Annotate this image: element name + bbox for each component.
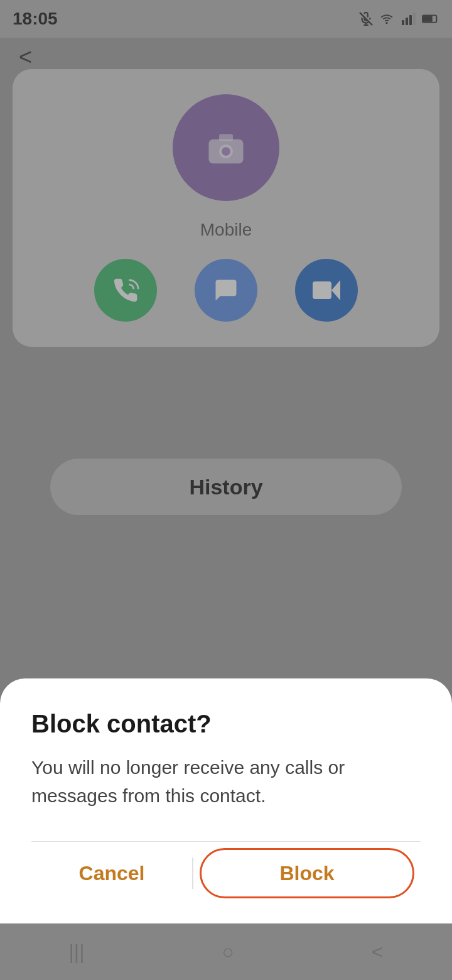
dialog-title: Block contact?: [31, 710, 421, 738]
actions-separator: [192, 858, 193, 889]
dialog-actions: Cancel Block: [31, 842, 421, 898]
block-button[interactable]: Block: [200, 848, 414, 898]
dialog-body: You will no longer receive any calls or …: [31, 753, 421, 810]
block-contact-dialog: Block contact? You will no longer receiv…: [0, 678, 452, 923]
cancel-button[interactable]: Cancel: [31, 848, 192, 898]
